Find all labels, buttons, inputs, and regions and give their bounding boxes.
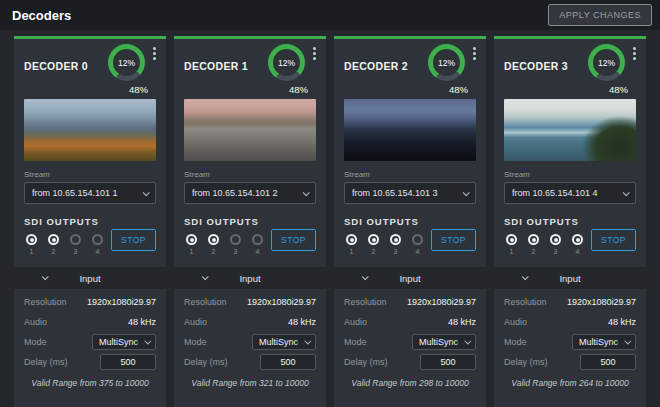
mode-select[interactable]: MultiSync bbox=[412, 334, 476, 350]
delay-input[interactable]: 500 bbox=[100, 354, 156, 370]
property-row: Audio48 kHz bbox=[344, 312, 476, 332]
sdi-output-circle[interactable] bbox=[390, 234, 401, 245]
mode-select[interactable]: MultiSync bbox=[252, 334, 316, 350]
stop-button[interactable]: STOP bbox=[591, 229, 636, 251]
stream-select[interactable]: from 10.65.154.101 1 bbox=[24, 182, 156, 204]
mode-select[interactable]: MultiSync bbox=[92, 334, 156, 350]
sdi-output-circle[interactable] bbox=[252, 234, 263, 245]
sdi-output-circle[interactable] bbox=[368, 234, 379, 245]
stream-label: Stream bbox=[184, 170, 316, 179]
sdi-output-toggle[interactable]: 4 bbox=[90, 234, 105, 255]
sdi-output-number: 2 bbox=[52, 248, 56, 255]
kebab-menu-icon[interactable] bbox=[149, 44, 160, 63]
sdi-outputs-section: SDI OUTPUTS 1234 STOP bbox=[24, 216, 156, 255]
chevron-down-icon bbox=[615, 191, 635, 196]
property-label: Mode bbox=[184, 337, 207, 347]
stream-select[interactable]: from 10.65.154.101 2 bbox=[184, 182, 316, 204]
sdi-output-circle[interactable] bbox=[412, 234, 423, 245]
sdi-output-toggle[interactable]: 3 bbox=[548, 234, 563, 255]
property-value: 48 kHz bbox=[448, 317, 476, 327]
sdi-output-number: 2 bbox=[372, 248, 376, 255]
thumbnail bbox=[24, 99, 156, 161]
sdi-output-toggle[interactable]: 2 bbox=[46, 234, 61, 255]
stream-select[interactable]: from 10.65.154.101 3 bbox=[344, 182, 476, 204]
gauge-percent: 12% bbox=[438, 58, 455, 68]
delay-input[interactable]: 500 bbox=[420, 354, 476, 370]
sdi-output-toggle[interactable]: 2 bbox=[526, 234, 541, 255]
sdi-output-toggle[interactable]: 1 bbox=[184, 234, 199, 255]
gauge-area: 12% 48% bbox=[108, 44, 160, 95]
usage-gauge: 12% bbox=[108, 44, 145, 81]
gauge-area: 12% 48% bbox=[428, 44, 480, 95]
sdi-output-circle[interactable] bbox=[48, 234, 59, 245]
delay-input[interactable]: 500 bbox=[580, 354, 636, 370]
sdi-output-toggle[interactable]: 4 bbox=[410, 234, 425, 255]
sdi-output-number: 1 bbox=[510, 248, 514, 255]
sdi-outputs-section: SDI OUTPUTS 1234 STOP bbox=[504, 216, 636, 255]
kebab-menu-icon[interactable] bbox=[469, 44, 480, 63]
input-section-label: Input bbox=[174, 273, 326, 284]
delay-input[interactable]: 500 bbox=[260, 354, 316, 370]
sdi-output-number: 3 bbox=[554, 248, 558, 255]
sdi-output-number: 3 bbox=[74, 248, 78, 255]
decoder-card-header: DECODER 1 12% 48% bbox=[174, 39, 326, 95]
sdi-output-circle[interactable] bbox=[92, 234, 103, 245]
decoder-card: DECODER 3 12% 48% Stream from 10.65.154.… bbox=[494, 36, 646, 407]
sdi-output-toggle[interactable]: 3 bbox=[228, 234, 243, 255]
input-section-header[interactable]: Input bbox=[334, 267, 486, 289]
thumbnail bbox=[184, 99, 316, 161]
property-row: Delay (ms)500 bbox=[344, 352, 476, 372]
sdi-output-circle[interactable] bbox=[550, 234, 561, 245]
property-label: Audio bbox=[24, 317, 47, 327]
property-label: Resolution bbox=[504, 297, 547, 307]
property-value: 1920x1080i29.97 bbox=[407, 297, 476, 307]
sdi-output-toggle[interactable]: 3 bbox=[68, 234, 83, 255]
sdi-output-number: 3 bbox=[394, 248, 398, 255]
stop-button[interactable]: STOP bbox=[271, 229, 316, 251]
sdi-output-circle[interactable] bbox=[186, 234, 197, 245]
gauge-percent: 12% bbox=[278, 58, 295, 68]
sdi-output-circle[interactable] bbox=[230, 234, 241, 245]
sdi-outputs-section: SDI OUTPUTS 1234 STOP bbox=[344, 216, 476, 255]
input-section-header[interactable]: Input bbox=[14, 267, 166, 289]
property-label: Resolution bbox=[344, 297, 387, 307]
sdi-output-toggle[interactable]: 1 bbox=[24, 234, 39, 255]
apply-changes-button[interactable]: APPLY CHANGES bbox=[548, 4, 652, 26]
sdi-output-toggle[interactable]: 1 bbox=[504, 234, 519, 255]
property-row: Audio48 kHz bbox=[184, 312, 316, 332]
stop-button[interactable]: STOP bbox=[431, 229, 476, 251]
property-label: Audio bbox=[504, 317, 527, 327]
kebab-menu-icon[interactable] bbox=[629, 44, 640, 63]
decoder-title: DECODER 1 bbox=[184, 60, 248, 95]
sdi-output-toggle[interactable]: 4 bbox=[570, 234, 585, 255]
sdi-output-circle[interactable] bbox=[26, 234, 37, 245]
valid-range-note: Valid Range from 375 to 10000 bbox=[22, 378, 158, 388]
property-row: Resolution1920x1080i29.97 bbox=[24, 292, 156, 312]
property-value: 48 kHz bbox=[608, 317, 636, 327]
sdi-output-toggle[interactable]: 2 bbox=[366, 234, 381, 255]
sdi-output-number: 3 bbox=[234, 248, 238, 255]
input-section-header[interactable]: Input bbox=[494, 267, 646, 289]
sdi-output-circle[interactable] bbox=[572, 234, 583, 245]
sdi-output-number: 4 bbox=[416, 248, 420, 255]
sdi-output-toggle[interactable]: 3 bbox=[388, 234, 403, 255]
kebab-menu-icon[interactable] bbox=[309, 44, 320, 63]
stream-select[interactable]: from 10.65.154.101 4 bbox=[504, 182, 636, 204]
sdi-output-circle[interactable] bbox=[506, 234, 517, 245]
sdi-output-toggle[interactable]: 2 bbox=[206, 234, 221, 255]
property-label: Delay (ms) bbox=[344, 357, 388, 367]
input-section-header[interactable]: Input bbox=[174, 267, 326, 289]
mode-select-value: MultiSync bbox=[99, 337, 138, 347]
sdi-output-toggle[interactable]: 4 bbox=[250, 234, 265, 255]
sdi-output-circle[interactable] bbox=[528, 234, 539, 245]
chevron-down-icon bbox=[624, 337, 631, 344]
sdi-output-circle[interactable] bbox=[70, 234, 81, 245]
property-label: Delay (ms) bbox=[24, 357, 68, 367]
sdi-output-toggle[interactable]: 1 bbox=[344, 234, 359, 255]
sdi-output-circle[interactable] bbox=[208, 234, 219, 245]
stop-button[interactable]: STOP bbox=[111, 229, 156, 251]
page-title: Decoders bbox=[12, 8, 71, 23]
property-label: Mode bbox=[344, 337, 367, 347]
sdi-output-circle[interactable] bbox=[346, 234, 357, 245]
mode-select[interactable]: MultiSync bbox=[572, 334, 636, 350]
